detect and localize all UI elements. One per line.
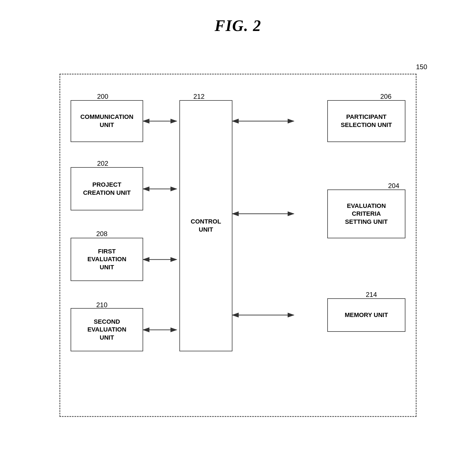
first-evaluation-unit-box: FIRSTEVALUATIONUNIT (71, 238, 143, 281)
ref-204-label: 204 (388, 182, 399, 190)
project-creation-unit-box: PROJECTCREATION UNIT (71, 167, 143, 210)
control-unit-box: CONTROLUNIT (179, 100, 232, 351)
ref-202-label: 202 (97, 160, 108, 167)
ref-208-label: 208 (96, 230, 107, 238)
ref-212-label: 212 (193, 93, 205, 100)
ref-206-label: 206 (380, 93, 391, 100)
diagram-container: 150 200 COMMUNICATIONUNIT 202 PROJECTCRE… (43, 57, 433, 434)
page-title: FIG. 2 (215, 17, 261, 35)
communication-unit-box: COMMUNICATIONUNIT (71, 100, 143, 142)
participant-selection-unit-box: PARTICIPANTSELECTION UNIT (327, 100, 405, 142)
ref-214-label: 214 (366, 291, 377, 299)
ref-210-label: 210 (96, 301, 107, 309)
evaluation-criteria-unit-box: EVALUATIONCRITERIASETTING UNIT (327, 189, 405, 238)
ref-150: 150 (416, 63, 427, 71)
second-evaluation-unit-box: SECONDEVALUATIONUNIT (71, 308, 143, 351)
ref-200-label: 200 (97, 93, 108, 100)
memory-unit-box: MEMORY UNIT (327, 298, 405, 332)
